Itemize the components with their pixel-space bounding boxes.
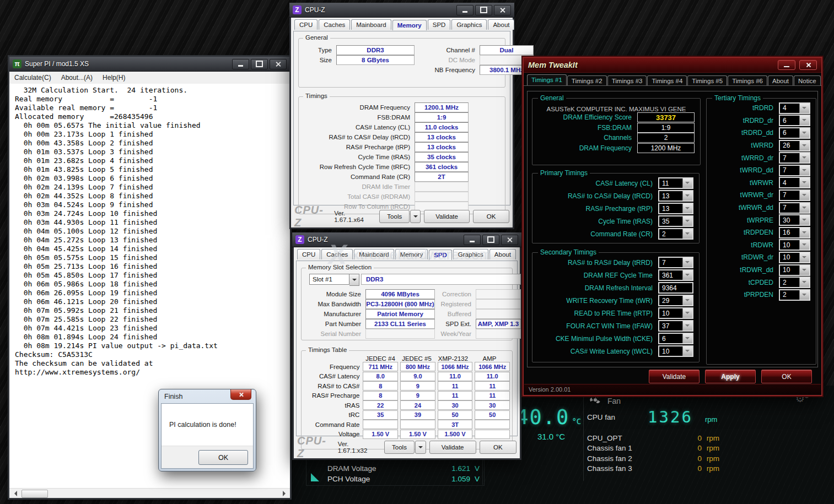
close-button[interactable] [501, 235, 518, 245]
menu-item[interactable]: About...(A) [56, 74, 98, 82]
timing-value[interactable]: 361 [659, 270, 682, 280]
timing-spinner[interactable]: 7 [658, 257, 693, 268]
superpi-titlebar[interactable]: π Super PI / mod1.5 XS [9, 57, 290, 72]
spinner-arrow-icon[interactable] [682, 178, 692, 188]
timing-spinner[interactable]: 10 [658, 345, 693, 357]
tab[interactable]: Caches [319, 19, 350, 30]
timing-value[interactable]: 29 [659, 296, 682, 305]
timing-value[interactable]: 6 [659, 334, 682, 343]
minimize-button[interactable] [778, 60, 795, 70]
spinner-arrow-icon[interactable] [799, 253, 809, 262]
spinner-arrow-icon[interactable] [799, 228, 809, 237]
validate-button[interactable]: Validate [649, 370, 700, 383]
spinner-arrow-icon[interactable] [799, 191, 809, 200]
spinner-arrow-icon[interactable] [799, 104, 809, 113]
timing-value[interactable]: 35 [659, 216, 682, 226]
timing-value[interactable]: 10 [659, 308, 682, 318]
scrollbar-thumb[interactable] [21, 490, 48, 498]
tools-dropdown-button[interactable] [410, 210, 421, 223]
timing-value[interactable]: 13 [659, 204, 682, 213]
timing-spinner[interactable]: 10 [779, 264, 810, 276]
tab[interactable]: Memory [395, 249, 428, 259]
expand-triangle-icon[interactable] [311, 473, 319, 481]
maximize-button[interactable] [251, 59, 268, 69]
tab[interactable]: Mainboard [351, 19, 391, 30]
spinner-arrow-icon[interactable] [799, 278, 809, 287]
timing-value[interactable]: 6 [780, 116, 799, 125]
spinner-arrow-icon[interactable] [682, 204, 692, 213]
timing-value[interactable]: 4 [780, 178, 799, 187]
spinner-arrow-icon[interactable] [799, 215, 809, 225]
timing-spinner[interactable]: 10 [779, 239, 810, 251]
timing-value[interactable]: 7 [659, 258, 682, 267]
spinner-arrow-icon[interactable] [682, 191, 692, 200]
tab[interactable]: Graphics [453, 249, 488, 259]
tab[interactable]: About [488, 19, 514, 30]
timing-spinner[interactable]: 6 [779, 127, 810, 139]
timing-value[interactable]: 2 [780, 290, 799, 300]
close-button[interactable] [270, 59, 287, 69]
spinner-arrow-icon[interactable] [682, 229, 692, 239]
spinner-arrow-icon[interactable] [682, 270, 692, 280]
validate-button[interactable]: Validate [424, 210, 470, 223]
spinner-arrow-icon[interactable] [682, 346, 692, 356]
spinner-arrow-icon[interactable] [799, 116, 809, 125]
timing-spinner[interactable]: 35 [658, 215, 693, 227]
spinner-arrow-icon[interactable] [799, 153, 809, 162]
timing-spinner[interactable]: 7 [779, 189, 810, 201]
timing-spinner[interactable]: 13 [658, 190, 693, 202]
menu-item[interactable]: Calculate(C) [9, 74, 56, 82]
timing-value[interactable]: 10 [659, 346, 682, 356]
timing-value[interactable]: 6 [780, 128, 799, 138]
dialog-titlebar[interactable]: Finish [161, 389, 254, 403]
close-button[interactable] [230, 389, 251, 400]
spinner-arrow-icon[interactable] [682, 258, 692, 267]
cpuz-titlebar[interactable]: Z CPU-Z [289, 3, 514, 18]
tab[interactable]: Timings #1 [527, 74, 567, 85]
timing-spinner[interactable]: 4 [779, 102, 810, 114]
timing-value[interactable]: 7 [780, 153, 799, 162]
timing-spinner[interactable]: 37 [658, 320, 693, 332]
apply-button[interactable]: Apply [705, 370, 756, 383]
tab[interactable]: Timings #6 [728, 75, 767, 85]
close-button[interactable] [494, 5, 511, 15]
timing-value[interactable]: 2 [659, 229, 682, 239]
tab[interactable]: CPU [297, 249, 320, 259]
timing-spinner[interactable]: 6 [779, 115, 810, 126]
timing-spinner[interactable]: 10 [658, 307, 693, 319]
spinner-arrow-icon[interactable] [682, 296, 692, 305]
spinner-arrow-icon[interactable] [799, 203, 809, 213]
tab[interactable]: Notice [794, 75, 821, 85]
spinner-arrow-icon[interactable] [799, 290, 809, 300]
tab[interactable]: Timings #5 [687, 75, 727, 85]
tools-button[interactable]: Tools [379, 210, 410, 223]
timing-spinner[interactable]: 2 [779, 289, 810, 301]
timing-value[interactable]: 4 [780, 104, 799, 113]
timing-value[interactable]: 11 [659, 178, 682, 188]
spinner-arrow-icon[interactable] [799, 141, 809, 150]
spinner-arrow-icon[interactable] [799, 166, 809, 175]
tab[interactable]: SPD [429, 250, 452, 260]
cpuz-titlebar[interactable]: Z CPU-Z [292, 232, 521, 247]
timing-value[interactable]: 9364 [659, 283, 692, 292]
timing-value[interactable]: 10 [780, 240, 799, 250]
timing-value[interactable]: 7 [780, 166, 799, 175]
tab[interactable]: Caches [321, 249, 353, 259]
ok-button[interactable]: OK [473, 210, 509, 223]
tab[interactable]: Timings #2 [567, 75, 607, 85]
spinner-arrow-icon[interactable] [682, 321, 692, 330]
timing-value[interactable]: 10 [780, 265, 799, 275]
timing-spinner[interactable]: 4 [779, 177, 810, 188]
timing-value[interactable]: 7 [780, 203, 799, 213]
spinner-arrow-icon[interactable] [682, 334, 692, 343]
tab[interactable]: Timings #4 [647, 75, 687, 85]
minimize-button[interactable] [232, 59, 249, 69]
memtweakit-titlebar[interactable]: Mem TweakIt [524, 58, 821, 73]
timing-spinner[interactable]: 29 [658, 295, 693, 306]
tab[interactable]: SPD [428, 19, 451, 30]
tools-button[interactable]: Tools [384, 441, 415, 454]
timing-value[interactable]: 13 [659, 191, 682, 200]
timing-spinner[interactable]: 30 [779, 214, 810, 226]
tab[interactable]: Mainboard [354, 249, 394, 259]
timing-spinner[interactable]: 361 [658, 269, 693, 281]
